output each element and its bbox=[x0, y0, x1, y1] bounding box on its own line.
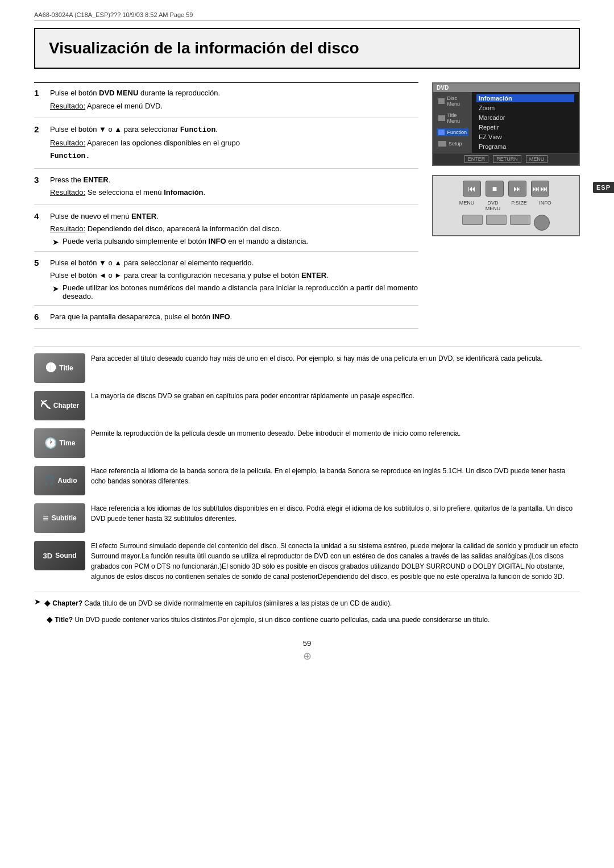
btn-menu: MENU bbox=[526, 155, 548, 163]
audio-desc: Hace referencia al idioma de la banda so… bbox=[91, 466, 580, 486]
step-6: 6 Para que la pantalla desaparezca, puls… bbox=[34, 311, 418, 329]
remote-small-btn-2[interactable] bbox=[486, 215, 507, 225]
notes-section: ➤ ◆ Chapter? Cada título de un DVD se di… bbox=[34, 591, 580, 625]
btn-enter: ENTER bbox=[464, 155, 489, 163]
remote-btn-stop[interactable]: ■ bbox=[486, 181, 504, 197]
menu-opt-programa: Programa bbox=[476, 143, 574, 151]
remote-small-btn-1[interactable] bbox=[462, 215, 483, 225]
menu-opt-infomacion: Infomación bbox=[476, 94, 574, 102]
time-desc: Permite la reproducción de la película d… bbox=[91, 428, 460, 439]
menu-opt-zoom: Zoom bbox=[476, 104, 574, 112]
left-column: 1 Pulse el botón DVD MENU durante la rep… bbox=[34, 82, 418, 335]
dvd-menu-title: DVD bbox=[433, 84, 579, 92]
step-content-2: Pulse el botón ▼ o ▲ para seleccionar Fu… bbox=[50, 124, 418, 164]
center-mark: ⊕ bbox=[34, 650, 580, 662]
step-4: 4 Pulse de nuevo el menú ENTER. Resultad… bbox=[34, 211, 418, 252]
icons-section: 🅣 Title Para acceder al título deseado c… bbox=[34, 346, 580, 582]
step-content-4: Pulse de nuevo el menú ENTER. Resultado:… bbox=[50, 211, 418, 247]
subtitle-icon: ≡ bbox=[43, 512, 49, 524]
note-text-1: ◆ Chapter? Cada título de un DVD se divi… bbox=[44, 597, 392, 609]
note-item-1: ➤ ◆ Chapter? Cada título de un DVD se di… bbox=[34, 597, 580, 609]
subtitle-badge: ≡ Subtitle bbox=[34, 503, 85, 533]
step-2: 2 Pulse el botón ▼ o ▲ para seleccionar … bbox=[34, 124, 418, 169]
step-content-1: Pulse el botón DVD MENU durante la repro… bbox=[50, 87, 418, 113]
icon-row-title: 🅣 Title Para acceder al título deseado c… bbox=[34, 353, 580, 383]
sound-badge: 3D Sound bbox=[34, 541, 85, 570]
remote-btn-next[interactable]: ⏭ bbox=[508, 181, 526, 197]
audio-label: Audio bbox=[58, 477, 77, 485]
menu-opt-marcador: Marcador bbox=[476, 114, 574, 122]
subtitle-label: Subtitle bbox=[52, 514, 77, 522]
time-badge: 🕐 Time bbox=[34, 428, 85, 458]
esp-badge: ESP bbox=[593, 182, 614, 193]
sidebar-disc-menu: Disc Menu bbox=[437, 94, 468, 108]
time-label: Time bbox=[60, 439, 76, 447]
menu-opt-repetir: Repetir bbox=[476, 123, 574, 131]
sound-desc: El efecto Surround simulado depende del … bbox=[91, 541, 580, 582]
step-number-5: 5 bbox=[34, 258, 43, 268]
step-number-4: 4 bbox=[34, 211, 43, 221]
label-menu: MENU bbox=[455, 200, 478, 211]
label-psize: P.SIZE bbox=[508, 200, 530, 211]
dvd-menu-box: DVD Disc Menu Title Menu Function bbox=[432, 82, 580, 166]
icon-row-sound: 3D Sound El efecto Surround simulado dep… bbox=[34, 541, 580, 582]
sound-icon: 3D bbox=[43, 552, 53, 560]
step-1: 1 Pulse el botón DVD MENU durante la rep… bbox=[34, 87, 418, 118]
steps-section: 1 Pulse el botón DVD MENU durante la rep… bbox=[34, 82, 418, 329]
label-dvd-menu: DVD MENU bbox=[482, 200, 504, 211]
subtitle-desc: Hace referencia a los idiomas de los sub… bbox=[91, 503, 580, 524]
step-number-1: 1 bbox=[34, 88, 43, 98]
step-number-6: 6 bbox=[34, 312, 43, 322]
sidebar-setup: Setup bbox=[437, 140, 468, 148]
sidebar-function: Function bbox=[437, 128, 468, 136]
title-badge: 🅣 Title bbox=[34, 353, 85, 383]
icon-row-subtitle: ≡ Subtitle Hace referencia a los idiomas… bbox=[34, 503, 580, 533]
step-content-3: Press the ENTER. Resultado: Se seleccion… bbox=[50, 174, 418, 200]
title-desc: Para acceder al título deseado cuando ha… bbox=[91, 353, 542, 364]
icon-row-chapter: ⛏ Chapter La mayoría de discos DVD se gr… bbox=[34, 391, 580, 420]
page-number: 59 bbox=[34, 637, 580, 650]
title-icon: 🅣 bbox=[46, 362, 56, 374]
remote-top-buttons: ⏮ ■ ⏭ ⏭⏭ bbox=[463, 181, 549, 197]
page-title-box: Visualización de la información del disc… bbox=[34, 28, 580, 69]
step-3: 3 Press the ENTER. Resultado: Se selecci… bbox=[34, 174, 418, 205]
remote-small-btn-3[interactable] bbox=[510, 215, 530, 225]
remote-bottom-buttons bbox=[462, 215, 550, 231]
step-5: 5 Pulse el botón ▼ o ▲ para seleccionar … bbox=[34, 257, 418, 306]
audio-badge: 🎵 Audio bbox=[34, 466, 85, 495]
step-number-2: 2 bbox=[34, 124, 43, 134]
remote-box: ⏮ ■ ⏭ ⏭⏭ MENU DVD MENU P.SIZE INFO bbox=[432, 175, 580, 236]
time-icon: 🕐 bbox=[44, 437, 57, 449]
dvd-menu-options: Infomación Zoom Marcador Repetir EZ View… bbox=[472, 92, 579, 153]
remote-btn-ff[interactable]: ⏭⏭ bbox=[531, 181, 549, 197]
sound-label: Sound bbox=[55, 552, 76, 560]
chapter-desc: La mayoría de discos DVD se graban en ca… bbox=[91, 391, 414, 401]
chapter-label: Chapter bbox=[53, 402, 79, 410]
sidebar-title-menu: Title Menu bbox=[437, 111, 468, 125]
title-label: Title bbox=[59, 364, 73, 372]
dvd-menu-bottom: ENTER RETURN MENU bbox=[433, 153, 579, 165]
chapter-icon: ⛏ bbox=[40, 400, 51, 412]
step-number-3: 3 bbox=[34, 175, 43, 185]
btn-return: RETURN bbox=[493, 155, 521, 163]
step-content-5: Pulse el botón ▼ o ▲ para seleccionar el… bbox=[50, 257, 418, 301]
header-text: AA68-03024A (C18A_ESP)??? 10/9/03 8:52 A… bbox=[34, 11, 580, 21]
right-column: DVD Disc Menu Title Menu Function bbox=[432, 82, 580, 335]
label-info: INFO bbox=[534, 200, 557, 211]
note-text-2: ◆ Title? Un DVD puede contener varios tí… bbox=[47, 614, 489, 625]
icon-row-time: 🕐 Time Permite la reproducción de la pel… bbox=[34, 428, 580, 458]
remote-labels: MENU DVD MENU P.SIZE INFO bbox=[455, 200, 557, 211]
page-title: Visualización de la información del disc… bbox=[49, 39, 565, 57]
icon-row-audio: 🎵 Audio Hace referencia al idioma de la … bbox=[34, 466, 580, 495]
note-arrow-1: ➤ bbox=[34, 597, 41, 606]
remote-circle-btn[interactable] bbox=[534, 215, 550, 231]
step-content-6: Para que la pantalla desaparezca, pulse … bbox=[50, 311, 418, 324]
audio-icon: 🎵 bbox=[43, 474, 55, 487]
menu-opt-ezview: EZ View bbox=[476, 133, 574, 141]
chapter-badge: ⛏ Chapter bbox=[34, 391, 85, 420]
remote-btn-prev[interactable]: ⏮ bbox=[463, 181, 481, 197]
note-item-2: ◆ Title? Un DVD puede contener varios tí… bbox=[34, 614, 580, 625]
dvd-menu-sidebar: Disc Menu Title Menu Function Setup bbox=[433, 92, 472, 153]
